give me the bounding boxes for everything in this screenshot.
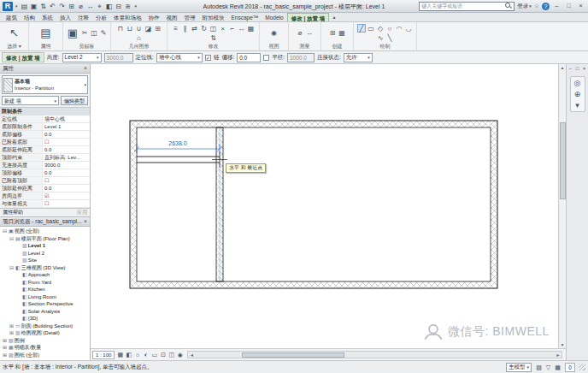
tree-item[interactable]: ▥ Level 1 bbox=[0, 242, 90, 250]
print-icon[interactable]: ⊞ bbox=[68, 2, 76, 11]
parameter-value[interactable]: 0.0 bbox=[43, 169, 90, 176]
parameter-value[interactable]: 墙中心线 bbox=[43, 115, 90, 122]
tree-expander-icon[interactable]: ⊟ bbox=[2, 228, 8, 235]
temporary-dimension-value[interactable]: 2638.0 bbox=[168, 140, 187, 146]
parameter-value[interactable]: ☐ bbox=[43, 200, 90, 207]
parameter-value[interactable]: 3000.0 bbox=[43, 162, 90, 169]
save-icon[interactable]: ▣ bbox=[30, 2, 38, 11]
cut-icon[interactable]: ✂ bbox=[80, 28, 89, 37]
panel-modify-label[interactable]: 修改 bbox=[168, 43, 259, 50]
properties-help-link[interactable]: 属性帮助 bbox=[3, 209, 23, 216]
type-selector[interactable]: 基本墙 Interior - Partition ▾ bbox=[2, 75, 88, 94]
ribbon-tab[interactable]: 视图 bbox=[163, 13, 181, 21]
panel-create-label[interactable]: 创建 bbox=[321, 43, 353, 50]
shadows-icon[interactable]: ◐ bbox=[142, 351, 150, 359]
create-group-icon[interactable]: ⊞ bbox=[328, 28, 337, 37]
rectangle-tool-icon[interactable]: ▭ bbox=[367, 24, 375, 33]
tree-expander-icon[interactable]: ⊞ bbox=[9, 323, 15, 330]
tree-item[interactable]: ⊟ ▤ 楼层平面 (Floor Plan) bbox=[0, 235, 90, 243]
steering-wheel-icon[interactable]: ◎ bbox=[574, 79, 581, 87]
tree-expander-icon[interactable]: ⊞ bbox=[9, 329, 15, 337]
ribbon-tab[interactable]: 分析 bbox=[92, 13, 110, 21]
tree-expander-icon[interactable]: ⊞ bbox=[2, 344, 8, 352]
temporary-hide-isolate-icon[interactable]: ◫ bbox=[168, 351, 175, 359]
ribbon-tab[interactable]: 系统 bbox=[38, 13, 56, 21]
ribbon-tab[interactable]: 注释 bbox=[74, 13, 92, 21]
tangent-arc-icon[interactable]: ∿ bbox=[376, 33, 385, 42]
tree-item[interactable]: ⊟ ◧ 三维视图 (3D View) bbox=[0, 264, 90, 272]
new-element-combo[interactable]: 新建 墙 ▾ bbox=[2, 96, 59, 105]
line-tool-icon[interactable]: ╱ bbox=[357, 24, 366, 33]
panel-clipboard-label[interactable]: 剪贴板 bbox=[63, 43, 110, 50]
ribbon-tab[interactable]: 结构 bbox=[21, 13, 38, 21]
parameter-value[interactable]: 直到标高: Lev... bbox=[43, 154, 90, 161]
ribbon-tab[interactable]: 建筑 bbox=[3, 13, 21, 21]
reveal-hidden-elements-icon[interactable]: ◉ bbox=[176, 351, 184, 359]
tree-item[interactable]: ◧ Approach bbox=[0, 271, 90, 279]
dimension-icon[interactable]: ↔ bbox=[305, 28, 314, 37]
split-element-icon[interactable]: ⇅ bbox=[209, 33, 218, 42]
tree-item[interactable]: ◧ Solar Analysis bbox=[0, 308, 90, 316]
vertical-scrollbar[interactable]: ▲ ▼ bbox=[558, 64, 566, 348]
ribbon-tab[interactable]: 管理 bbox=[181, 13, 199, 21]
demolish-icon[interactable]: ⌂ bbox=[135, 33, 144, 42]
navbar-menu-icon[interactable]: ▾ bbox=[575, 101, 579, 110]
ribbon-minimize-icon[interactable]: ▴ bbox=[332, 13, 335, 21]
pick-lines-icon[interactable]: ╲ bbox=[385, 33, 394, 42]
parameter-value[interactable]: Level 1 bbox=[43, 123, 90, 130]
panel-select-label[interactable]: 选择 ▾ bbox=[0, 43, 28, 50]
exchange-apps-icon[interactable]: ☆ bbox=[534, 3, 539, 9]
tree-item[interactable]: ⊟ ▣ 视图 (全部) bbox=[0, 228, 90, 235]
revit-app-menu-icon[interactable]: R bbox=[3, 2, 13, 11]
polygon-tool-icon[interactable]: ◇ bbox=[376, 24, 385, 33]
aligned-dimension-icon[interactable]: ↔ bbox=[86, 2, 95, 11]
ribbon-tab[interactable]: 插入 bbox=[56, 13, 74, 21]
move-icon[interactable]: ↔ bbox=[238, 24, 246, 33]
tree-expander-icon[interactable]: ⊟ bbox=[9, 264, 15, 272]
tree-item[interactable]: ◧ {3D} bbox=[0, 315, 90, 323]
workset-combo[interactable]: 主模型 ▾ bbox=[506, 363, 532, 372]
visual-style-icon[interactable]: ◧ bbox=[125, 351, 132, 359]
panel-draw-label[interactable]: 绘制 bbox=[354, 43, 416, 50]
default-3d-view-icon[interactable]: ◧ bbox=[105, 2, 114, 11]
help-icon[interactable]: ? bbox=[542, 3, 550, 10]
edit-type-button[interactable]: 编辑类型 bbox=[61, 96, 88, 105]
parameter-value[interactable]: ☐ bbox=[43, 177, 90, 184]
panel-view-label[interactable]: 视图 bbox=[260, 43, 288, 50]
tree-item[interactable]: ⊞ ▥ 绘图视图 (Detail) bbox=[0, 329, 90, 337]
parameter-value[interactable]: 0.0 bbox=[43, 146, 90, 153]
paint-icon[interactable]: ◪ bbox=[144, 24, 153, 33]
tag-by-category-icon[interactable]: ⌖ bbox=[96, 2, 104, 11]
ribbon-tab[interactable]: Modelo bbox=[262, 13, 286, 21]
chain-checkbox[interactable]: ✓ bbox=[205, 55, 211, 61]
vertical-scrollbar-thumb[interactable] bbox=[560, 122, 566, 199]
match-type-icon[interactable]: ✎ bbox=[99, 28, 108, 37]
arc-start-end-icon[interactable]: ◠ bbox=[395, 24, 403, 33]
circle-tool-icon[interactable]: ○ bbox=[385, 24, 394, 33]
ribbon-tab[interactable]: 附加模块 bbox=[199, 13, 228, 21]
ribbon-tab[interactable]: 修改 | 放置 墙 bbox=[287, 13, 330, 21]
tree-item[interactable]: ⊞ ▦ 明细表/数量 bbox=[0, 344, 90, 352]
radius-input[interactable]: 1000.0 bbox=[287, 53, 315, 62]
apply-button[interactable]: 应用 bbox=[77, 209, 87, 216]
thin-lines-icon[interactable]: ≋ bbox=[124, 2, 132, 11]
undo-icon[interactable]: ↶ bbox=[49, 2, 57, 11]
rotate-icon[interactable]: ↻ bbox=[200, 24, 209, 33]
sun-path-icon[interactable]: ☼ bbox=[133, 351, 141, 359]
tree-item[interactable]: ▥ Level 2 bbox=[0, 250, 90, 258]
tree-item[interactable]: ◧ Section Perspective bbox=[0, 300, 90, 308]
chevron-down-icon[interactable]: ▾ bbox=[84, 82, 86, 87]
create-similar-icon[interactable]: ▦ bbox=[338, 28, 346, 37]
tree-item[interactable]: ◧ Living Room bbox=[0, 293, 90, 301]
editable-only-icon[interactable]: ▨ bbox=[535, 363, 543, 372]
floor-plan-drawing[interactable]: 2638.0 bbox=[91, 64, 558, 348]
tree-expander-icon[interactable]: ⊞ bbox=[2, 352, 8, 359]
open-icon[interactable]: ▤ bbox=[21, 2, 29, 11]
sign-in-button[interactable]: 登录 ▾ bbox=[517, 3, 532, 10]
location-line-combo[interactable]: 墙中心线 ▾ bbox=[156, 53, 203, 62]
scroll-right-icon[interactable]: ► bbox=[555, 352, 562, 358]
copy-icon[interactable]: ◫ bbox=[209, 24, 218, 33]
show-crop-region-icon[interactable]: ⊡ bbox=[159, 351, 167, 359]
tree-item[interactable]: ⊞ ▧ 图例 bbox=[0, 337, 90, 345]
scale-button[interactable]: 1 : 100 bbox=[92, 351, 115, 359]
